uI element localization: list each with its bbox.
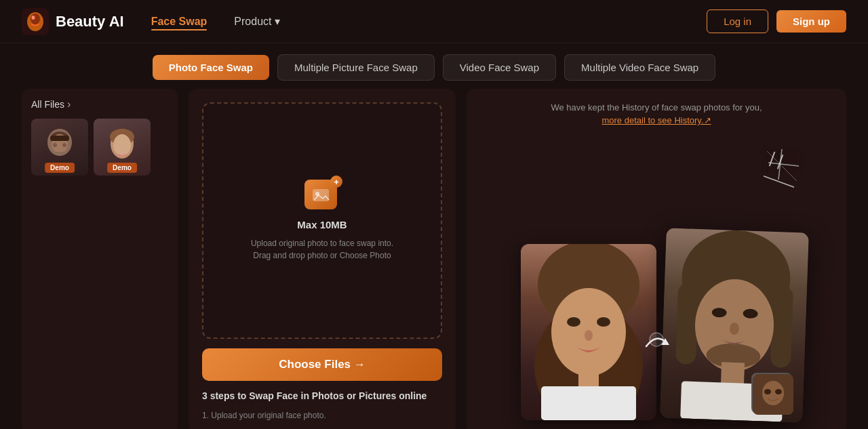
upload-max-text: Max 10MB	[297, 219, 347, 230]
demo-thumb-female[interactable]: Demo	[94, 119, 151, 176]
choose-files-button[interactable]: Choose Files →	[202, 348, 442, 381]
swap-arrow-icon	[639, 319, 673, 359]
small-face-overlay	[751, 373, 792, 413]
svg-rect-7	[50, 136, 69, 141]
all-files-link[interactable]: All Files	[31, 98, 168, 110]
steps-title: 3 steps to Swap Face in Photos or Pictur…	[202, 390, 427, 401]
steps-step1: 1. Upload your original face photo.	[202, 411, 326, 420]
upload-desc-text: Upload original photo to face swap into.…	[248, 237, 397, 262]
signup-button[interactable]: Sign up	[776, 10, 846, 33]
demo-badge-male: Demo	[45, 163, 75, 173]
nav-product-arrow: ▾	[275, 15, 280, 28]
svg-point-43	[764, 389, 771, 394]
svg-point-40	[650, 333, 663, 346]
woman-face-svg	[521, 244, 656, 420]
small-face-svg	[753, 374, 793, 415]
left-panel: All Files Demo	[22, 89, 178, 429]
curved-arrow-svg	[639, 319, 673, 353]
tabs-bar: Photo Face Swap Multiple Picture Face Sw…	[0, 43, 868, 89]
demo-badge-female: Demo	[107, 163, 137, 173]
history-link[interactable]: more detail to see History.↗	[601, 115, 711, 125]
nav-face-swap[interactable]: Face Swap	[151, 16, 208, 28]
svg-rect-10	[54, 152, 65, 154]
right-panel: We have kept the History of face swap ph…	[467, 89, 846, 429]
header: Beauty AI Face Swap Product ▾ Log in Sig…	[0, 0, 868, 43]
login-button[interactable]: Log in	[707, 9, 768, 33]
svg-point-8	[53, 143, 57, 147]
upload-zone[interactable]: + Max 10MB Upload original photo to face…	[202, 102, 442, 339]
main-content: All Files Demo	[0, 89, 868, 429]
svg-point-13	[113, 134, 131, 156]
svg-rect-30	[675, 283, 698, 365]
tab-video-face-swap[interactable]: Video Face Swap	[443, 54, 556, 81]
svg-point-3	[32, 16, 35, 20]
logo-icon	[22, 8, 49, 35]
nav-product-label: Product	[234, 16, 271, 28]
preview-area: | |——	[480, 132, 833, 420]
tab-multiple-video-face-swap[interactable]: Multiple Video Face Swap	[564, 54, 715, 81]
svg-point-9	[62, 143, 66, 147]
tab-photo-face-swap[interactable]: Photo Face Swap	[153, 55, 269, 80]
upload-icon-wrap: +	[304, 180, 340, 212]
svg-point-2	[31, 14, 40, 24]
header-right: Log in Sign up	[707, 9, 846, 33]
history-text: We have kept the History of face swap ph…	[551, 102, 762, 113]
chevron-right-icon	[67, 98, 71, 110]
image-upload-icon	[311, 186, 330, 203]
logo: Beauty AI	[22, 8, 124, 35]
nav-product[interactable]: Product ▾	[234, 15, 279, 28]
woman-face-image	[521, 244, 656, 420]
demo-thumb-male[interactable]: Demo	[31, 119, 88, 176]
tab-multiple-picture-face-swap[interactable]: Multiple Picture Face Swap	[277, 54, 435, 81]
svg-rect-28	[541, 386, 636, 420]
svg-point-25	[597, 317, 610, 327]
svg-line-20	[767, 151, 797, 181]
demo-thumbs: Demo Demo	[31, 119, 168, 176]
upload-plus-icon: +	[330, 176, 342, 188]
center-panel: + Max 10MB Upload original photo to face…	[189, 89, 456, 429]
photo-card-woman	[521, 244, 656, 420]
svg-point-26	[585, 330, 593, 341]
svg-rect-31	[770, 286, 793, 368]
svg-point-44	[775, 389, 782, 394]
header-left: Beauty AI Face Swap Product ▾	[22, 8, 280, 35]
svg-line-19	[768, 163, 799, 166]
sparkle-decoration	[762, 146, 802, 186]
logo-text: Beauty AI	[56, 13, 124, 30]
svg-point-24	[567, 317, 580, 327]
